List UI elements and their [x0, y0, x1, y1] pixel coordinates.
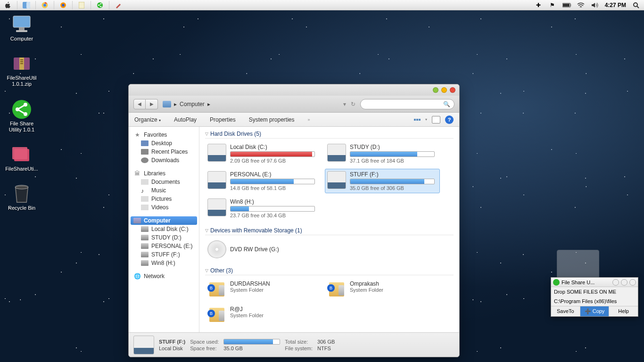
apple-icon[interactable] [4, 1, 12, 9]
drive-free-text: 35.0 GB free of 306 GB [350, 185, 438, 191]
forward-button[interactable]: ▶ [146, 99, 158, 109]
sidebar-recent[interactable]: Recent Places [131, 148, 197, 156]
other-item[interactable]: B Omprakash System Folder [325, 278, 440, 301]
icon-label: Recycle Bin [8, 205, 35, 211]
sidebar-drive-h[interactable]: Win8 (H:) [131, 259, 197, 267]
other-item[interactable]: B DURDARSHAN System Folder [205, 278, 320, 301]
util-help-btn[interactable]: Help [609, 306, 638, 316]
bluetooth-folder-icon: B [207, 306, 226, 324]
search-icon[interactable] [632, 1, 640, 9]
bluetooth-folder-icon: B [207, 280, 226, 298]
preview-pane-btn[interactable] [432, 116, 440, 123]
sidebar-videos[interactable]: Videos [131, 203, 197, 212]
wifi-icon[interactable] [577, 1, 585, 9]
other-section-head[interactable]: ▽Other (3) [205, 267, 454, 275]
drive-name: Win8 (H:) [230, 198, 318, 205]
drive-item[interactable]: PERSONAL (E:) 14.8 GB free of 58.1 GB [205, 169, 320, 193]
more-btn[interactable]: » [307, 117, 310, 122]
volume-icon[interactable] [591, 1, 599, 9]
util-copy-btn[interactable]: ➕ Copy [580, 306, 610, 316]
util-path-text: C:\Program Files (x86)\files [551, 296, 638, 306]
util-titlebar[interactable]: File Share U... [551, 278, 638, 287]
item-sub: System Folder [350, 287, 438, 293]
back-button[interactable]: ◀ [133, 99, 146, 109]
desktop-icons: Computer FileShareUtil 1.0.1.zip File Sh… [4, 14, 41, 222]
flag-icon[interactable]: ⚑ [548, 1, 557, 9]
help-icon[interactable]: ? [445, 115, 454, 124]
sidebar-pictures[interactable]: Pictures [131, 195, 197, 203]
maximize-button[interactable] [441, 87, 447, 93]
finder-icon[interactable] [22, 1, 31, 9]
drive-icon [207, 171, 226, 189]
autoplay-btn[interactable]: AutoPlay [174, 116, 197, 123]
sidebar-drive-f[interactable]: STUFF (F:) [131, 250, 197, 259]
battery-icon[interactable] [562, 1, 571, 9]
drive-item[interactable]: Local Disk (C:) 2.09 GB free of 97.6 GB [205, 141, 320, 166]
bluetooth-folder-icon: B [327, 280, 346, 298]
share-icon[interactable] [96, 1, 104, 9]
sidebar-drive-c[interactable]: Local Disk (C:) [131, 225, 197, 233]
removable-item[interactable]: DVD RW Drive (G:) [205, 238, 320, 261]
drive-name: STUFF (F:) [350, 171, 438, 178]
util-saveto-btn[interactable]: SaveTo [551, 306, 580, 316]
svg-rect-22 [20, 61, 23, 62]
drive-name: Local Disk (C:) [230, 144, 318, 150]
util-title: File Share U... [561, 280, 594, 285]
brush-icon[interactable] [114, 1, 123, 9]
other-item[interactable]: B R@J System Folder [205, 304, 320, 326]
icon-label: Computer [10, 36, 33, 42]
svg-rect-1 [26, 2, 30, 8]
drive-item[interactable]: STUFF (F:) 35.0 GB free of 306 GB [325, 169, 440, 193]
drive-item[interactable]: Win8 (H:) 23.7 GB free of 30.4 GB [205, 196, 320, 221]
util-close-btn[interactable] [629, 279, 636, 286]
navbar: ◀ ▶ ▸ Computer ▸ ▾ ↻ 🔍 [129, 96, 459, 113]
desktop-icon-folder[interactable]: FileShareUti... [4, 144, 40, 172]
drive-free-text: 14.8 GB free of 58.1 GB [230, 185, 318, 191]
sidebar-documents[interactable]: Documents [131, 178, 197, 186]
drive-item[interactable]: STUDY (D:) 37.1 GB free of 184 GB [325, 141, 440, 166]
titlebar[interactable] [129, 84, 459, 96]
status-name: STUFF (F:) [159, 339, 185, 345]
clock[interactable]: 4:27 PM [605, 2, 626, 8]
drive-usage-bar [350, 179, 435, 184]
hdd-section-head[interactable]: ▽Hard Disk Drives (5) [205, 131, 454, 139]
sidebar-music[interactable]: ♪Music [131, 186, 197, 195]
notes-icon[interactable] [77, 1, 86, 9]
sidebar-downloads[interactable]: Downloads [131, 156, 197, 165]
svg-rect-17 [16, 30, 27, 32]
desktop-icon-zip[interactable]: FileShareUtil 1.0.1.zip [4, 53, 40, 87]
add-icon[interactable]: ✚ [534, 1, 543, 9]
explorer-window: ◀ ▶ ▸ Computer ▸ ▾ ↻ 🔍 Organize ▾ AutoPl… [128, 84, 460, 357]
file-share-util-window: File Share U... Drop SOME FILES ON ME C:… [551, 277, 638, 317]
search-input[interactable] [364, 101, 443, 107]
chrome-icon[interactable] [41, 1, 49, 9]
desktop-icon-share-util[interactable]: File Share Utility 1.0.1 [4, 99, 40, 133]
desktop-icon-computer[interactable]: Computer [4, 14, 40, 42]
properties-btn[interactable]: Properties [210, 116, 236, 123]
svg-point-5 [62, 4, 65, 7]
dvd-icon [207, 240, 226, 258]
item-sub: System Folder [230, 287, 318, 293]
sidebar-drive-d[interactable]: STUDY (D:) [131, 233, 197, 242]
sidebar-desktop[interactable]: Desktop [131, 139, 197, 148]
computer-icon [163, 101, 171, 107]
system-properties-btn[interactable]: System properties [249, 116, 295, 123]
organize-menu[interactable]: Organize ▾ [134, 116, 161, 123]
minimize-button[interactable] [433, 87, 438, 93]
view-icons-btn[interactable] [414, 119, 421, 121]
svg-rect-21 [20, 59, 23, 60]
firefox-icon[interactable] [59, 1, 67, 9]
breadcrumb[interactable]: ▸ Computer ▸ ▾ ↻ [163, 99, 355, 110]
sidebar-network[interactable]: 🌐Network [131, 272, 197, 280]
desktop-icon-recycle[interactable]: Recycle Bin [4, 183, 40, 211]
util-max-btn[interactable] [621, 279, 627, 286]
sidebar-computer[interactable]: Computer [131, 216, 197, 225]
util-min-btn[interactable] [612, 279, 619, 286]
icon-label: FileShareUti... [5, 166, 38, 172]
sidebar-drive-e[interactable]: PERSONAL (E:) [131, 242, 197, 250]
search-box[interactable]: 🔍 [360, 99, 454, 109]
removable-section-head[interactable]: ▽Devices with Removable Storage (1) [205, 227, 454, 235]
libraries-head[interactable]: 🏛Libraries [131, 169, 197, 178]
favorites-head[interactable]: ★Favorites [131, 131, 197, 139]
close-button[interactable] [450, 87, 455, 93]
